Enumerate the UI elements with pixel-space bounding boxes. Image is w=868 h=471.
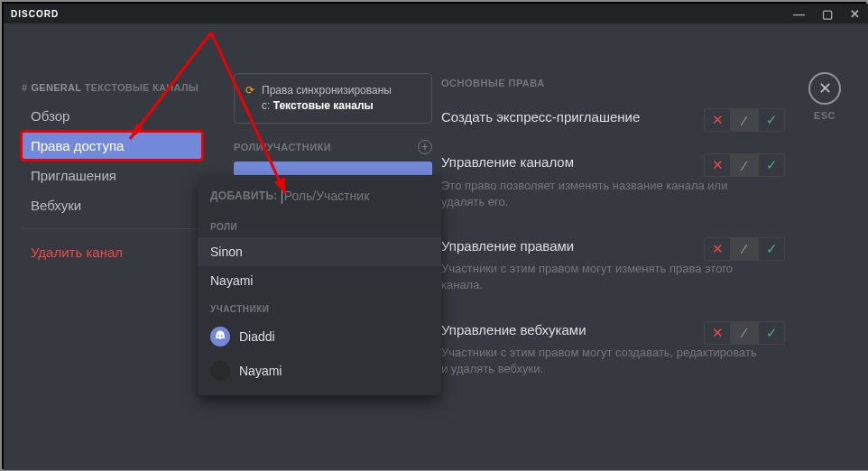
allow-icon[interactable]: ✓ xyxy=(758,237,785,261)
deny-icon[interactable]: ✕ xyxy=(704,153,731,177)
passthrough-icon[interactable]: ∕ xyxy=(731,108,758,132)
passthrough-icon[interactable]: ∕ xyxy=(731,153,758,177)
deny-icon[interactable]: ✕ xyxy=(704,321,731,345)
avatar xyxy=(210,361,230,381)
member-option[interactable]: Nayami xyxy=(198,354,441,388)
perm-title: Создать экспресс-приглашение xyxy=(441,108,649,126)
add-role-popup: ДОБАВИТЬ: РОЛИ Sinon Nayami УЧАСТНИКИ Di… xyxy=(198,175,441,395)
nav-invites[interactable]: Приглашения xyxy=(22,162,202,189)
sync-status: ⟳ Права синхронизированы с: Текстовые ка… xyxy=(234,73,432,124)
roles-section-label: РОЛИ xyxy=(198,213,441,237)
deny-icon[interactable]: ✕ xyxy=(704,237,731,261)
role-search-input[interactable] xyxy=(282,188,442,204)
close-window-button[interactable]: ✕ xyxy=(850,7,861,21)
titlebar: DISCORD — ▢ ✕ xyxy=(4,4,868,23)
member-option[interactable]: Diaddi xyxy=(198,319,441,354)
allow-icon[interactable]: ✓ xyxy=(758,321,785,345)
app-title: DISCORD xyxy=(11,9,59,19)
perm-toggle[interactable]: ✕∕✓ xyxy=(704,321,785,345)
allow-icon[interactable]: ✓ xyxy=(758,153,785,177)
perm-toggle[interactable]: ✕∕✓ xyxy=(704,153,785,177)
nav-webhooks[interactable]: Вебхуки xyxy=(22,191,202,219)
perm-title: Управление вебхуками xyxy=(441,321,649,339)
nav-delete-channel[interactable]: Удалить канал xyxy=(22,238,202,266)
minimize-button[interactable]: — xyxy=(793,7,806,21)
perm-toggle[interactable]: ✕∕✓ xyxy=(704,237,785,261)
perm-title: Управление правами xyxy=(441,237,649,255)
allow-icon[interactable]: ✓ xyxy=(758,108,785,132)
maximize-button[interactable]: ▢ xyxy=(822,7,834,21)
close-settings-button[interactable]: ✕ xyxy=(808,72,841,105)
roles-header: РОЛИ/УЧАСТНИКИ xyxy=(234,142,331,152)
divider xyxy=(22,228,202,229)
role-option[interactable]: Nayami xyxy=(198,266,441,295)
role-option[interactable]: Sinon xyxy=(198,237,441,266)
perm-desc: Участники с этим правом могут создавать,… xyxy=(441,345,766,377)
perm-desc: Участники с этим правом могут изменять п… xyxy=(441,261,766,293)
deny-icon[interactable]: ✕ xyxy=(704,108,731,132)
breadcrumb: #GENERAL ТЕКСТОВЫЕ КАНАЛЫ xyxy=(22,82,202,93)
perm-desc: Это право позволяет изменять название ка… xyxy=(441,178,766,210)
members-section-label: УЧАСТНИКИ xyxy=(198,295,441,319)
add-role-button[interactable]: + xyxy=(418,140,432,154)
nav-overview[interactable]: Обзор xyxy=(22,102,202,130)
passthrough-icon[interactable]: ∕ xyxy=(731,321,758,345)
window-frame: DISCORD — ▢ ✕ #GENERAL ТЕКСТОВЫЕ КАНАЛЫ … xyxy=(0,0,868,471)
add-label: ДОБАВИТЬ: xyxy=(210,189,278,202)
perm-title: Управление каналом xyxy=(441,153,649,171)
hash-icon: # xyxy=(22,82,27,93)
perm-toggle[interactable]: ✕∕✓ xyxy=(704,108,785,132)
perms-heading: ОСНОВНЫЕ ПРАВА xyxy=(441,78,785,88)
avatar xyxy=(210,327,230,346)
esc-label: ESC xyxy=(808,110,841,121)
passthrough-icon[interactable]: ∕ xyxy=(731,237,758,261)
sync-icon: ⟳ xyxy=(245,83,254,114)
nav-permissions[interactable]: Права доступа xyxy=(22,132,202,160)
